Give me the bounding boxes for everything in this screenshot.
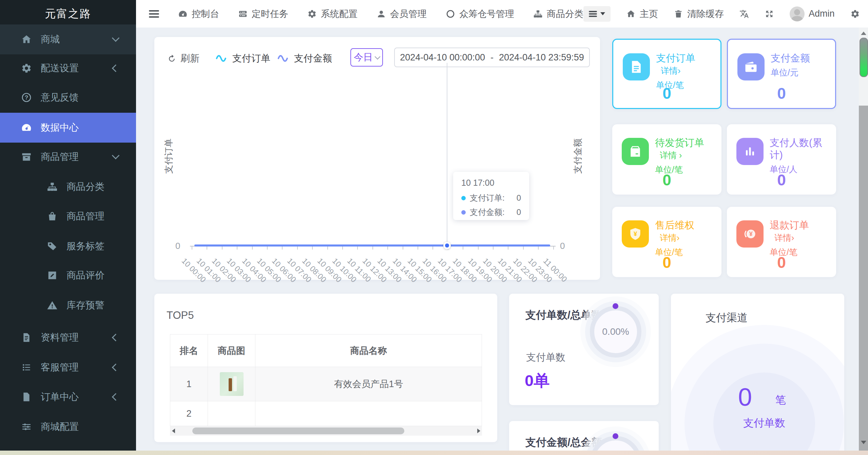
nav-item-console[interactable]: 控制台 [178, 8, 219, 20]
chart-tooltip: 10 17:00 支付订单: 0 支付金额: 0 [453, 172, 529, 220]
sidebar-item-product-management[interactable]: 商品管理 [0, 142, 136, 172]
detail-link[interactable]: 详情› [661, 66, 680, 75]
card-paying-users[interactable]: 支付人数(累计) 单位/人 0 [727, 124, 836, 195]
payment-channel-panel: 支付渠道 0 笔 支付单数 [671, 294, 844, 453]
card-pay-orders[interactable]: 支付订单详情› 单位/笔 0 [612, 39, 721, 109]
nav-item-member-management[interactable]: 会员管理 [377, 8, 427, 20]
sitemap-icon [47, 181, 58, 192]
table-row[interactable]: 1 有效会员产品1号 [170, 367, 482, 401]
nav-item-homepage[interactable]: 主页 [626, 8, 658, 20]
pay-order-count: 0单 [525, 370, 549, 392]
scrollbar-thumb[interactable] [860, 38, 868, 77]
card-pending-shipment[interactable]: 待发货订单详情 › 单位/笔 0 [612, 124, 721, 195]
expand-icon [765, 9, 774, 19]
shield-yuan-icon: ¥ [622, 220, 649, 248]
card-value: 0 [612, 171, 721, 189]
detail-link[interactable]: 详情 › [660, 150, 682, 160]
gauge-progress-dot [613, 303, 618, 309]
ratio-gauge: 0.00% [590, 306, 641, 358]
sidebar-item-service-tags[interactable]: 服务标签 [0, 231, 136, 261]
scroll-up-arrow[interactable] [859, 30, 868, 37]
sidebar-item-mall[interactable]: 商城 [0, 24, 136, 54]
hamburger-menu-icon[interactable] [149, 10, 159, 18]
channel-value: 0 [738, 383, 752, 412]
svg-text:¥: ¥ [749, 230, 753, 237]
sidebar-item-product-reviews[interactable]: 商品评价 [0, 260, 136, 290]
x-tick [387, 247, 388, 250]
card-pay-amount[interactable]: 支付金额 单位/元 0 [727, 39, 836, 109]
file-icon [21, 392, 32, 402]
home-icon [21, 34, 32, 45]
user-menu[interactable]: Admin [790, 6, 835, 21]
horizontal-scrollbar[interactable] [170, 426, 482, 436]
x-tick [553, 247, 554, 250]
sidebar-item-product-category[interactable]: 商品分类 [0, 172, 136, 202]
detail-link[interactable]: 详情› [774, 233, 794, 242]
sidebar-item-material-management[interactable]: 资料管理 [0, 323, 136, 352]
card-after-sales[interactable]: ¥ 售后维权详情› 单位/笔 0 [612, 207, 721, 277]
user-icon [377, 9, 386, 19]
nav-item-system-config[interactable]: 系统配置 [307, 8, 358, 20]
pay-amount-ratio-panel: 支付金额/总金额 [509, 421, 659, 455]
nav-item-clear-cache[interactable]: 清除缓存 [674, 8, 724, 20]
trash-icon [674, 9, 683, 19]
x-tick [372, 247, 373, 250]
table-header-row: 排名 商品图 商品名称 [170, 334, 482, 367]
table-row[interactable]: 2 [170, 401, 482, 426]
language-button[interactable] [739, 9, 749, 19]
nav-item-scheduled-tasks[interactable]: 定时任务 [238, 8, 288, 20]
caret-down-icon [600, 12, 605, 15]
card-value: 0 [727, 253, 836, 272]
x-tick [463, 247, 463, 250]
line-chart: 支付订单 支付金额 0 0 10 00:0010 01:0010 02:0010… [154, 37, 600, 280]
sitemap-icon [533, 9, 543, 19]
card-refund-orders[interactable]: ¥ 退款订单详情› 单位/笔 0 [727, 207, 836, 277]
menu-dropdown-button[interactable] [583, 6, 611, 22]
pay-order-ratio-panel: 支付单数/总单数 0.00% 支付单数 0单 [509, 294, 659, 405]
sidebar-item-delivery-settings[interactable]: 配送设置 [0, 53, 136, 83]
shopping-bag-icon [47, 211, 58, 222]
sidebar-item-customer-service[interactable]: 客服管理 [0, 352, 136, 382]
x-tick [252, 247, 253, 250]
scroll-right-arrow[interactable] [475, 426, 482, 436]
x-axis: 10 00:0010 01:0010 02:0010 03:0010 04:00… [154, 37, 600, 280]
nav-item-crowdfunding-warehouse[interactable]: 众筹仓号管理 [446, 8, 514, 20]
product-image [220, 372, 244, 396]
refund-yuan-icon: ¥ [736, 220, 764, 248]
top-navbar: 控制台 定时任务 系统配置 会员管理 众筹仓号管理 商品分类 [136, 0, 868, 28]
sidebar-item-product-manage-sub[interactable]: 商品管理 [0, 201, 136, 231]
x-tick [222, 247, 223, 250]
avatar [790, 6, 805, 21]
sidebar-item-data-center[interactable]: 数据中心 [0, 113, 136, 143]
list-icon [21, 362, 32, 373]
x-tick [297, 247, 298, 250]
wallet-icon [737, 53, 765, 80]
sidebar-item-feedback[interactable]: 意见反馈 [0, 83, 136, 112]
vertical-scrollbar[interactable] [859, 28, 868, 455]
x-tick [312, 247, 313, 250]
x-tick [508, 247, 508, 250]
settings-button[interactable] [850, 9, 860, 19]
scrollbar-thumb[interactable] [192, 427, 404, 434]
chevron-left-icon [112, 65, 120, 72]
x-tick [538, 247, 539, 250]
menu-icon [589, 11, 597, 17]
app-title: 元富之路 [0, 0, 136, 28]
nav-item-product-category[interactable]: 商品分类 [533, 8, 583, 20]
scroll-down-arrow[interactable] [859, 439, 868, 446]
fullscreen-button[interactable] [765, 9, 774, 19]
scroll-left-arrow[interactable] [170, 426, 177, 436]
chevron-left-icon [112, 334, 120, 342]
x-tick [282, 247, 283, 250]
sidebar-item-stock-warning[interactable]: 库存预警 [0, 290, 136, 320]
chevron-left-icon [112, 364, 120, 371]
sidebar-item-mall-config[interactable]: 商城配置 [0, 412, 136, 442]
pen-square-icon [47, 270, 58, 281]
x-tick [207, 247, 207, 250]
dashboard-icon [178, 9, 188, 19]
sidebar-item-order-center[interactable]: 订单中心 [0, 382, 136, 412]
top5-table: 排名 商品图 商品名称 1 有效会员产品1号 2 [170, 334, 482, 426]
series-dot-icon [461, 196, 466, 200]
detail-link[interactable]: 详情› [660, 233, 679, 242]
card-value: 0 [728, 84, 835, 103]
